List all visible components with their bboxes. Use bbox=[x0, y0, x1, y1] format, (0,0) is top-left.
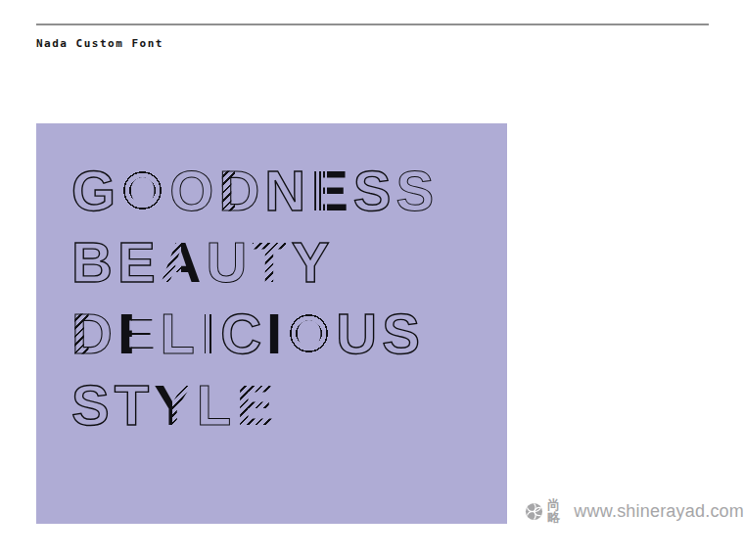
specimen-letter: S bbox=[396, 155, 435, 226]
specimen-letter: S bbox=[71, 369, 110, 441]
specimen-letter: I bbox=[266, 298, 282, 369]
specimen-letter: Y bbox=[292, 226, 330, 298]
specimen-letter: O bbox=[287, 298, 331, 369]
specimen-letter: E bbox=[117, 226, 156, 298]
specimen-word: GOODNESS bbox=[71, 155, 507, 226]
specimen-letter: E bbox=[236, 369, 274, 441]
specimen-letter: O bbox=[169, 155, 213, 226]
specimen-letter: O bbox=[120, 155, 164, 226]
watermark-brand: 尚略 bbox=[547, 498, 570, 524]
shineray-pinwheel-logo-icon bbox=[525, 502, 543, 521]
specimen-letter: I bbox=[200, 298, 215, 369]
specimen-letter: S bbox=[382, 298, 420, 369]
specimen-letter: S bbox=[353, 155, 392, 226]
top-rule bbox=[36, 23, 709, 25]
watermark-site: www.shinerayad.com bbox=[574, 502, 744, 520]
page-title: Nada Custom Font bbox=[36, 37, 163, 50]
specimen-letter: E bbox=[310, 155, 349, 226]
watermark: 尚略 www.shinerayad.com bbox=[525, 499, 744, 523]
font-specimen-board: GOODNESSBEAUTYDELICIOUSSTYLE bbox=[36, 123, 507, 524]
specimen-letter: Y bbox=[154, 369, 192, 441]
specimen-letter: D bbox=[71, 298, 113, 369]
specimen-letter: T bbox=[252, 226, 286, 298]
specimen-letter: U bbox=[206, 226, 247, 298]
specimen-letter: C bbox=[220, 298, 261, 369]
specimen-word: BEAUTY bbox=[71, 226, 507, 298]
specimen-word: DELICIOUS bbox=[71, 298, 507, 369]
specimen-letter: G bbox=[71, 155, 116, 226]
specimen-letter: L bbox=[161, 298, 195, 369]
specimen-letter: D bbox=[218, 155, 259, 226]
specimen-letter: B bbox=[71, 226, 113, 298]
specimen-letter: N bbox=[264, 155, 305, 226]
specimen-letter: U bbox=[336, 298, 377, 369]
specimen-word: STYLE bbox=[71, 369, 507, 441]
specimen-letter: E bbox=[117, 298, 156, 369]
specimen-letter: L bbox=[197, 369, 231, 441]
specimen-letter: T bbox=[115, 369, 149, 441]
specimen-letter: A bbox=[161, 226, 202, 298]
